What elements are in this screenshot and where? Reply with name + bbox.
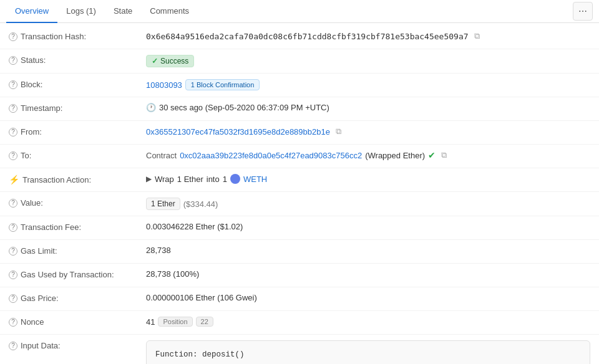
position-value: 22	[196, 317, 213, 327]
block-value: 10803093 1 Block Confirmation	[146, 79, 590, 90]
input-data-line1: Function: deposit()	[155, 348, 581, 362]
transaction-overview: ? Transaction Hash: 0x6e684a9516eda2cafa…	[0, 23, 599, 364]
block-number-link[interactable]: 10803093	[146, 80, 182, 90]
gas-price-label: ? Gas Price:	[9, 293, 146, 303]
status-value: Success	[146, 55, 590, 67]
gas-used-value: 28,738 (100%)	[146, 269, 590, 279]
confirmation-badge: 1 Block Confirmation	[185, 79, 260, 90]
transaction-fee-value: 0.003046228 Ether ($1.02)	[146, 222, 590, 231]
gas-limit-value: 28,738	[146, 246, 590, 255]
action-amount2: 1	[223, 175, 227, 184]
gas-price-row: ? Gas Price: 0.000000106 Ether (106 Gwei…	[0, 287, 599, 311]
transaction-action-value: ▶ Wrap 1 Ether into 1 WETH	[146, 174, 590, 184]
more-button[interactable]: ⋯	[573, 2, 593, 21]
transaction-fee-row: ? Transaction Fee: 0.003046228 Ether ($1…	[0, 216, 599, 240]
transaction-fee-label: ? Transaction Fee:	[9, 222, 146, 232]
gas-limit-row: ? Gas Limit: 28,738	[0, 240, 599, 264]
transaction-hash-value: 0x6e684a9516eda2cafa70a0dc08c6fb71cdd8cf…	[146, 31, 590, 41]
tabs-bar: Overview Logs (1) State Comments ⋯	[0, 0, 599, 23]
copy-txhash-icon[interactable]: ⧉	[474, 31, 480, 41]
help-icon-gas-limit[interactable]: ?	[9, 247, 17, 256]
help-icon-block[interactable]: ?	[9, 80, 17, 89]
copy-to-icon[interactable]: ⧉	[441, 150, 447, 160]
action-icon: ⚡	[9, 175, 19, 184]
transaction-hash-label: ? Transaction Hash:	[9, 31, 146, 41]
tab-state[interactable]: State	[105, 0, 141, 23]
help-icon-from[interactable]: ?	[9, 128, 17, 136]
to-label: ? To:	[9, 150, 146, 160]
ether-value: 1 Ether	[146, 198, 180, 210]
value-row: ? Value: 1 Ether ($334.44)	[0, 192, 599, 216]
tab-logs[interactable]: Logs (1)	[57, 0, 105, 23]
copy-from-icon[interactable]: ⧉	[336, 127, 341, 136]
tab-overview[interactable]: Overview	[6, 0, 57, 23]
timestamp-value: 🕐 30 secs ago (Sep-05-2020 06:37:09 PM +…	[146, 103, 590, 112]
verified-icon: ✔	[428, 150, 436, 160]
block-label: ? Block:	[9, 79, 146, 89]
contract-address-link[interactable]: 0xc02aaa39b223fe8d0a0e5c4f27ead9083c756c…	[180, 151, 362, 160]
help-icon-gas-price[interactable]: ?	[9, 294, 17, 303]
help-icon-txhash[interactable]: ?	[9, 32, 17, 41]
input-data-box[interactable]: Function: deposit() MethodID: 0xd0e30db0…	[146, 340, 590, 364]
help-icon-nonce[interactable]: ?	[9, 318, 17, 327]
usd-value: ($334.44)	[183, 199, 218, 209]
contract-prefix: Contract	[146, 151, 177, 160]
from-address-link[interactable]: 0x365521307ec47fa5032f3d1695e8d2e889bb2b…	[146, 127, 330, 136]
help-icon-value[interactable]: ?	[9, 199, 17, 208]
timestamp-row: ? Timestamp: 🕐 30 secs ago (Sep-05-2020 …	[0, 97, 599, 121]
to-row: ? To: Contract 0xc02aaa39b223fe8d0a0e5c4…	[0, 145, 599, 168]
from-label: ? From:	[9, 127, 146, 136]
weth-link[interactable]: WETH	[243, 175, 267, 184]
value-value: 1 Ether ($334.44)	[146, 198, 590, 210]
help-icon-timestamp[interactable]: ?	[9, 104, 17, 113]
status-label: ? Status:	[9, 55, 146, 65]
tab-comments[interactable]: Comments	[141, 0, 198, 23]
action-amount: 1 Ether	[177, 175, 203, 184]
block-row: ? Block: 10803093 1 Block Confirmation	[0, 74, 599, 97]
nonce-row: ? Nonce 41 Position 22	[0, 311, 599, 335]
input-data-label: ? Input Data:	[9, 340, 146, 350]
from-row: ? From: 0x365521307ec47fa5032f3d1695e8d2…	[0, 121, 599, 145]
position-badge: Position	[158, 317, 192, 327]
input-data-value: Function: deposit() MethodID: 0xd0e30db0…	[146, 340, 590, 364]
help-icon-to[interactable]: ?	[9, 151, 17, 160]
help-icon-status[interactable]: ?	[9, 56, 17, 65]
transaction-action-row: ⚡ Transaction Action: ▶ Wrap 1 Ether int…	[0, 168, 599, 192]
status-badge: Success	[146, 55, 194, 67]
contract-name: (Wrapped Ether)	[365, 151, 425, 160]
wrap-arrow-icon: ▶	[146, 175, 152, 183]
help-icon-input[interactable]: ?	[9, 342, 17, 350]
weth-icon	[230, 174, 240, 184]
status-row: ? Status: Success	[0, 49, 599, 74]
gas-used-label: ? Gas Used by Transaction:	[9, 269, 146, 279]
transaction-hash-row: ? Transaction Hash: 0x6e684a9516eda2cafa…	[0, 26, 599, 49]
input-data-row: ? Input Data: Function: deposit() Method…	[0, 335, 599, 364]
action-connector: into	[207, 175, 220, 184]
gas-used-row: ? Gas Used by Transaction: 28,738 (100%)	[0, 264, 599, 287]
help-icon-fee[interactable]: ?	[9, 223, 17, 232]
help-icon-gas-used[interactable]: ?	[9, 271, 17, 279]
from-value: 0x365521307ec47fa5032f3d1695e8d2e889bb2b…	[146, 127, 590, 136]
timestamp-label: ? Timestamp:	[9, 103, 146, 113]
clock-icon: 🕐	[146, 103, 156, 112]
gas-price-value: 0.000000106 Ether (106 Gwei)	[146, 293, 590, 302]
to-value: Contract 0xc02aaa39b223fe8d0a0e5c4f27ead…	[146, 150, 590, 160]
transaction-action-label: ⚡ Transaction Action:	[9, 174, 146, 184]
gas-limit-label: ? Gas Limit:	[9, 246, 146, 256]
nonce-number: 41	[146, 317, 155, 327]
value-label: ? Value:	[9, 198, 146, 208]
nonce-label: ? Nonce	[9, 317, 146, 327]
nonce-value: 41 Position 22	[146, 317, 590, 327]
action-text: Wrap	[155, 175, 174, 184]
